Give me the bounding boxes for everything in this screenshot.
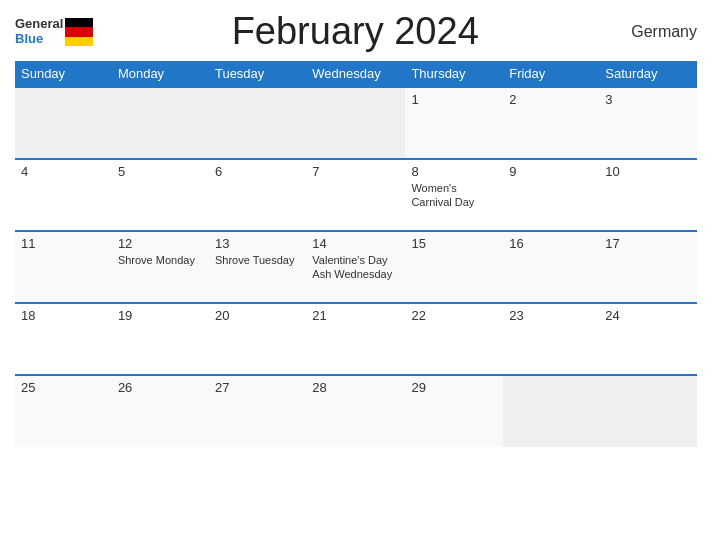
calendar-day-cell: 25 — [15, 375, 112, 447]
calendar-week-row: 1112Shrove Monday13Shrove Tuesday14Valen… — [15, 231, 697, 303]
calendar-week-row: 45678Women's Carnival Day910 — [15, 159, 697, 231]
svg-rect-1 — [65, 27, 93, 37]
calendar-day-cell: 18 — [15, 303, 112, 375]
calendar-table: SundayMondayTuesdayWednesdayThursdayFrid… — [15, 61, 697, 447]
day-number: 20 — [215, 308, 300, 323]
calendar-day-cell: 14Valentine's DayAsh Wednesday — [306, 231, 405, 303]
event-label: Women's Carnival Day — [411, 182, 474, 208]
calendar-day-cell: 3 — [599, 87, 697, 159]
day-number: 27 — [215, 380, 300, 395]
day-number: 14 — [312, 236, 399, 251]
day-number: 3 — [605, 92, 691, 107]
day-number: 25 — [21, 380, 106, 395]
calendar-day-cell: 20 — [209, 303, 306, 375]
event-label: Ash Wednesday — [312, 268, 392, 280]
event-label: Valentine's Day — [312, 254, 387, 266]
calendar-day-cell: 8Women's Carnival Day — [405, 159, 503, 231]
day-number: 7 — [312, 164, 399, 179]
calendar-day-cell: 2 — [503, 87, 599, 159]
calendar-day-cell: 4 — [15, 159, 112, 231]
day-number: 11 — [21, 236, 106, 251]
day-number: 29 — [411, 380, 497, 395]
day-number: 19 — [118, 308, 203, 323]
svg-rect-2 — [65, 37, 93, 46]
day-number: 17 — [605, 236, 691, 251]
weekday-header-tuesday: Tuesday — [209, 61, 306, 87]
day-number: 13 — [215, 236, 300, 251]
logo-general-text: General — [15, 17, 63, 31]
day-number: 8 — [411, 164, 497, 179]
calendar-day-cell: 21 — [306, 303, 405, 375]
day-number: 9 — [509, 164, 593, 179]
calendar-day-cell: 13Shrove Tuesday — [209, 231, 306, 303]
calendar-day-cell: 7 — [306, 159, 405, 231]
germany-flag-icon — [65, 18, 93, 46]
day-number: 2 — [509, 92, 593, 107]
calendar-day-cell — [112, 87, 209, 159]
calendar-day-cell: 24 — [599, 303, 697, 375]
calendar-day-cell: 26 — [112, 375, 209, 447]
calendar-title: February 2024 — [93, 10, 617, 53]
logo: General Blue — [15, 17, 93, 46]
day-number: 5 — [118, 164, 203, 179]
calendar-day-cell: 29 — [405, 375, 503, 447]
calendar-day-cell — [209, 87, 306, 159]
day-number: 21 — [312, 308, 399, 323]
day-number: 16 — [509, 236, 593, 251]
weekday-header-row: SundayMondayTuesdayWednesdayThursdayFrid… — [15, 61, 697, 87]
day-number: 1 — [411, 92, 497, 107]
calendar-day-cell: 6 — [209, 159, 306, 231]
weekday-header-thursday: Thursday — [405, 61, 503, 87]
calendar-day-cell — [15, 87, 112, 159]
calendar-day-cell: 9 — [503, 159, 599, 231]
calendar-day-cell — [503, 375, 599, 447]
svg-rect-0 — [65, 18, 93, 27]
calendar-day-cell: 16 — [503, 231, 599, 303]
day-number: 28 — [312, 380, 399, 395]
calendar-day-cell: 19 — [112, 303, 209, 375]
calendar-week-row: 123 — [15, 87, 697, 159]
day-number: 10 — [605, 164, 691, 179]
calendar-day-cell: 5 — [112, 159, 209, 231]
calendar-day-cell — [599, 375, 697, 447]
calendar-day-cell: 10 — [599, 159, 697, 231]
calendar-day-cell: 23 — [503, 303, 599, 375]
logo-blue-text: Blue — [15, 32, 63, 46]
weekday-header-monday: Monday — [112, 61, 209, 87]
day-number: 24 — [605, 308, 691, 323]
calendar-day-cell: 11 — [15, 231, 112, 303]
weekday-header-friday: Friday — [503, 61, 599, 87]
day-number: 4 — [21, 164, 106, 179]
calendar-week-row: 18192021222324 — [15, 303, 697, 375]
calendar-day-cell: 15 — [405, 231, 503, 303]
calendar-day-cell: 12Shrove Monday — [112, 231, 209, 303]
day-number: 26 — [118, 380, 203, 395]
calendar-day-cell: 28 — [306, 375, 405, 447]
calendar-day-cell — [306, 87, 405, 159]
calendar-day-cell: 22 — [405, 303, 503, 375]
day-number: 6 — [215, 164, 300, 179]
event-label: Shrove Tuesday — [215, 254, 295, 266]
weekday-header-saturday: Saturday — [599, 61, 697, 87]
day-number: 18 — [21, 308, 106, 323]
day-number: 22 — [411, 308, 497, 323]
day-number: 15 — [411, 236, 497, 251]
calendar-week-row: 2526272829 — [15, 375, 697, 447]
day-number: 12 — [118, 236, 203, 251]
weekday-header-wednesday: Wednesday — [306, 61, 405, 87]
country-label: Germany — [617, 23, 697, 41]
calendar-page: General Blue February 2024 Germany Sunda… — [0, 0, 712, 550]
calendar-day-cell: 17 — [599, 231, 697, 303]
event-label: Shrove Monday — [118, 254, 195, 266]
weekday-header-sunday: Sunday — [15, 61, 112, 87]
day-number: 23 — [509, 308, 593, 323]
calendar-day-cell: 27 — [209, 375, 306, 447]
calendar-day-cell: 1 — [405, 87, 503, 159]
header: General Blue February 2024 Germany — [15, 10, 697, 53]
